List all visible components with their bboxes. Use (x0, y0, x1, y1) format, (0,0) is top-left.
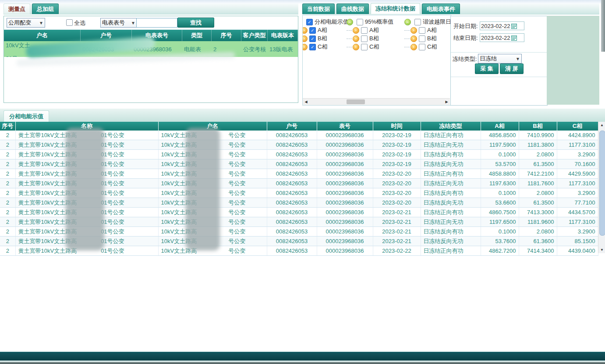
cell-time: 2023-02-20 (373, 169, 421, 179)
select-all-checkbox[interactable] (66, 19, 73, 26)
node-arrow-icon[interactable]: › (353, 44, 359, 50)
table-row[interactable]: 2黄土宽带10kV文土路高01号公变10kV文土路高号公变00824260530… (0, 227, 598, 237)
tab-current-data[interactable]: 当前数据 (302, 4, 335, 14)
table-row[interactable]: 2黄土宽带10kV文土路高01号公变10kV文土路高号公变00824260530… (0, 198, 598, 208)
tree-horizontal-scrollbar[interactable]: ◀ ▶ (303, 98, 450, 105)
phase-checkbox[interactable] (414, 19, 421, 25)
cell-phase-a: 1197.6500 (481, 217, 519, 227)
phase-checkbox[interactable] (357, 19, 363, 25)
cell-time: 2023-02-21 (373, 217, 421, 227)
table-row[interactable]: 2黄土宽带10kV文土路高01号公变10kV文土路高号公变00824260530… (0, 217, 598, 227)
freeze-col-header: 名称 (15, 122, 158, 131)
table-row[interactable]: 2黄土宽带10kV文土路高01号公变10kV文土路高号公变00824260530… (0, 169, 598, 179)
result-tabrow: 分相电能示值 (0, 109, 605, 122)
phase-checkbox[interactable] (419, 44, 425, 50)
field-select[interactable]: 电表表号 ▼ (100, 18, 137, 28)
calendar-icon[interactable] (511, 35, 517, 41)
node-arrow-icon[interactable]: › (353, 27, 359, 34)
cell-freeze-type: 日冻结正向有功 (421, 169, 481, 179)
cell-account-no: 0082426053 (267, 140, 317, 150)
node-arrow-icon[interactable]: › (302, 27, 308, 34)
cell-freeze-type: 日冻结正向无功 (421, 217, 481, 227)
tab-measure-point[interactable]: 测量点 (4, 4, 30, 14)
collect-button[interactable]: 采 集 (475, 64, 499, 74)
cell-time: 2023-02-19 (373, 140, 421, 150)
phase-checkbox[interactable]: ✓ (309, 35, 316, 42)
phase-checkbox[interactable] (419, 27, 425, 34)
phase-checkbox[interactable] (361, 27, 368, 34)
cell-meter-no: 000023968036 (317, 217, 373, 227)
cell-phase-b: 7412.2100 (519, 169, 557, 179)
phase-checkbox[interactable] (419, 35, 425, 42)
tree-connector (347, 30, 352, 31)
cell-phase-b: 61.3500 (519, 159, 557, 169)
node-arrow-icon[interactable]: › (410, 35, 417, 42)
tree-child-row: ›✓B相 (304, 35, 349, 42)
collapse-icon[interactable]: − (347, 19, 353, 25)
table-row[interactable]: 2黄土宽带10kV文土路高01号公变10kV文土路高号公变00824260530… (0, 150, 598, 159)
start-date-field[interactable]: 2023-02-22 (480, 21, 524, 30)
tree-child-row: ›✓A相 (304, 26, 349, 34)
table-row[interactable]: 2黄土宽带10kV文土路高01号公变10kV文土路高号公变00824260530… (0, 179, 598, 188)
cell-phase-b: 7413.3000 (519, 208, 557, 217)
calendar-icon[interactable] (511, 23, 517, 29)
table-row[interactable]: 2黄土宽带10kV文土路高01号公变10kV文土路高号公变00824260530… (0, 159, 598, 169)
phase-checkbox[interactable]: ✓ (306, 19, 313, 25)
phase-checkbox[interactable]: ✓ (309, 27, 316, 34)
tab-meter-events[interactable]: 电能表事件 (422, 4, 460, 14)
scroll-right-icon[interactable]: ▶ (443, 99, 450, 105)
tab-total-group[interactable]: 总加组 (32, 4, 59, 14)
end-date-field[interactable]: 2023-02-22 (480, 33, 524, 42)
cell-seq: 2 (0, 246, 15, 256)
phase-checkbox[interactable]: ✓ (309, 44, 316, 50)
type-select[interactable]: 公用配变 ▼ (7, 18, 45, 28)
node-arrow-icon[interactable]: › (410, 27, 417, 34)
table-vertical-scrollbar[interactable]: ▲ ▼ (598, 122, 605, 253)
table-row[interactable]: 2黄土宽带10kV文土路高01号公变10kV文土路高号公变00824260530… (0, 131, 598, 140)
table-row[interactable]: 2黄土宽带10kV文土路高01号公变10kV文土路高号公变00824260530… (0, 208, 598, 217)
scrollbar-thumb[interactable] (599, 131, 605, 236)
scrollbar-thumb[interactable] (347, 99, 365, 104)
cell-account-no: 0082426053 (267, 188, 317, 198)
scroll-down-icon[interactable]: ▼ (598, 247, 605, 253)
cell-name: 黄土宽带10kV文土路高01号公变 (15, 198, 158, 208)
table-row[interactable]: 2黄土宽带10kV文土路高01号公变10kV文土路高号公变00824260530… (0, 246, 598, 256)
cell-phase-c: 70.1600 (557, 159, 598, 169)
freeze-type-select[interactable]: 日冻结 ▼ (478, 54, 522, 64)
tree-child-row: ›A相 (347, 26, 393, 34)
tab-freeze-stats-data[interactable]: 冻结和统计数据 (371, 3, 420, 14)
measure-table-header: 户名 户号 电表表号 类型 序号 客户类型 电表版本 (4, 30, 298, 41)
search-button[interactable]: 查找 (177, 18, 214, 28)
cell-meter-no: 000023968036 (317, 159, 373, 169)
col-customer-type: 客户类型 (241, 30, 268, 41)
search-input[interactable] (136, 18, 177, 28)
cell-phase-a: 4860.7500 (481, 208, 519, 217)
scroll-up-icon[interactable]: ▲ (598, 122, 605, 128)
node-arrow-icon[interactable]: › (410, 44, 417, 50)
cell-meter-no: 000023968036 (317, 198, 373, 208)
cell-account-no: 0082426053 (267, 150, 317, 159)
tab-curve-data[interactable]: 曲线数据 (336, 4, 369, 14)
phase-checkbox[interactable] (361, 44, 368, 50)
cell-phase-c: 77.7100 (557, 198, 598, 208)
cell-phase-b: 2.0800 (519, 150, 557, 159)
side-filler-panel (547, 16, 599, 105)
measure-point-box: 公用配变 ▼ 全选 电表表号 ▼ 查找 户名 户号 电表表号 类型 序号 客户类… (4, 16, 298, 103)
tab-phase-energy-values[interactable]: 分相电能示值 (4, 110, 49, 122)
phase-tree-box: ✓分相电能示值›✓A相›✓B相›✓C相−95%概率值›A相›B相›C相−谐波越限… (302, 15, 451, 106)
node-arrow-icon[interactable]: › (302, 35, 308, 42)
node-arrow-icon[interactable]: › (353, 35, 359, 42)
phase-checkbox[interactable] (361, 35, 368, 42)
cell-freeze-type: 日冻结反向有功 (421, 150, 481, 159)
clear-button[interactable]: 清 屏 (500, 64, 524, 74)
tree-group-row: −谐波越限日统计 (404, 18, 451, 26)
cell-time: 2023-02-21 (373, 208, 421, 217)
table-row[interactable]: 2黄土宽带10kV文土路高01号公变10kV文土路高号公变00824260530… (0, 140, 598, 150)
table-row[interactable]: 2黄土宽带10kV文土路高01号公变10kV文土路高号公变00824260530… (0, 188, 598, 198)
measure-table-row-selected[interactable]: 10kV文土01号 公变 0082426053 000023968036 电能表… (4, 41, 298, 57)
collapse-icon[interactable]: − (404, 19, 411, 25)
table-row[interactable]: 2黄土宽带10kV文土路高01号公变10kV文土路高号公变00824260530… (0, 237, 598, 246)
node-arrow-icon[interactable]: › (302, 44, 308, 50)
tree-child-row: ›✓C相 (304, 43, 349, 51)
scroll-left-icon[interactable]: ◀ (303, 99, 309, 105)
